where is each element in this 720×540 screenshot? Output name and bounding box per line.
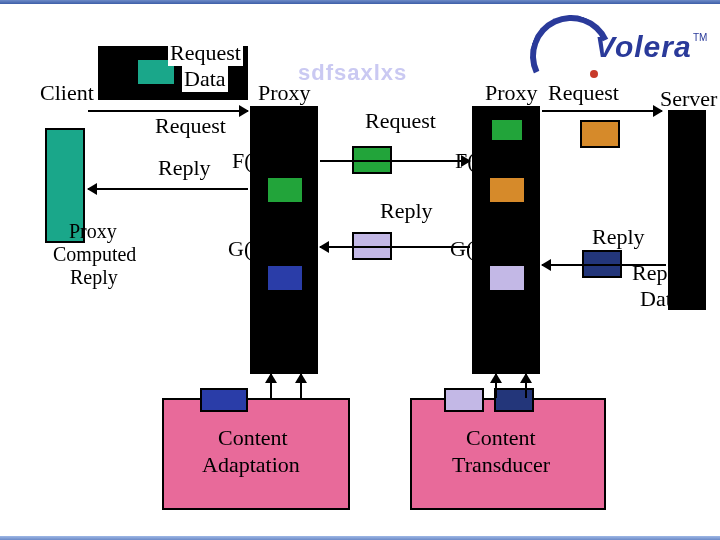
frame-top [0,0,720,4]
reply-data-2: Data [640,286,682,312]
ca-swatch [200,388,248,412]
proxy-right-label: Proxy [485,80,538,106]
freq-r-swatch [488,176,526,204]
slide: { "logo": { "name": "Volera", "tm": "TM"… [0,0,720,540]
reply-data-1: Reply [632,260,685,286]
server-label: Server [660,86,717,112]
faint-title: sdfsaxlxs [298,60,407,86]
logo: Volera TM [540,20,700,80]
arrow-proxyR-to-proxyL [320,246,470,248]
grep-r: G(rep)= [450,236,521,262]
reply-mid: Reply [380,198,433,224]
reply-right: Reply [592,224,645,250]
reply-left: Reply [158,155,211,181]
arrow-client-to-proxy [88,110,248,112]
ca2: Adaptation [202,452,300,478]
proxy-left-label: Proxy [258,80,311,106]
reqdata-l2: Data [182,66,228,92]
ct2: Transducer [452,452,550,478]
freq-r: F(req)= [455,148,522,174]
request-right: Request [548,80,619,106]
grep-l: G(rep)= [228,236,299,262]
arrow-ca-up1 [270,374,272,398]
ca1: Content [218,425,288,451]
arrow-proxyR-to-server [542,110,662,112]
ct-swatch2 [494,388,534,412]
proxyR-top-swatch [490,118,524,142]
request-mid: Request [365,108,436,134]
right-req-swatch [580,120,620,148]
arrow-ct-up2 [525,374,527,398]
frame-bottom [0,536,720,540]
freq-l: F(req)= [232,148,299,174]
logo-tm: TM [693,32,707,43]
freq-l-swatch [266,176,304,204]
reqdata-l1: Request [168,40,243,66]
pcr3: Reply [70,266,118,289]
arrow-ca-up2 [300,374,302,398]
ct-swatch1 [444,388,484,412]
logo-dot [590,70,598,78]
grep-r-swatch [488,264,526,292]
pcr1: Proxy [69,220,117,243]
grep-l-swatch [266,264,304,292]
arrow-proxy-to-client [88,188,248,190]
ct1: Content [466,425,536,451]
request-below: Request [155,113,226,139]
pcr2: Computed [53,243,136,266]
client-label: Client [40,80,94,106]
arrow-ct-up1 [495,374,497,398]
arrow-proxyL-to-proxyR [320,160,470,162]
logo-text: Volera [595,30,692,64]
